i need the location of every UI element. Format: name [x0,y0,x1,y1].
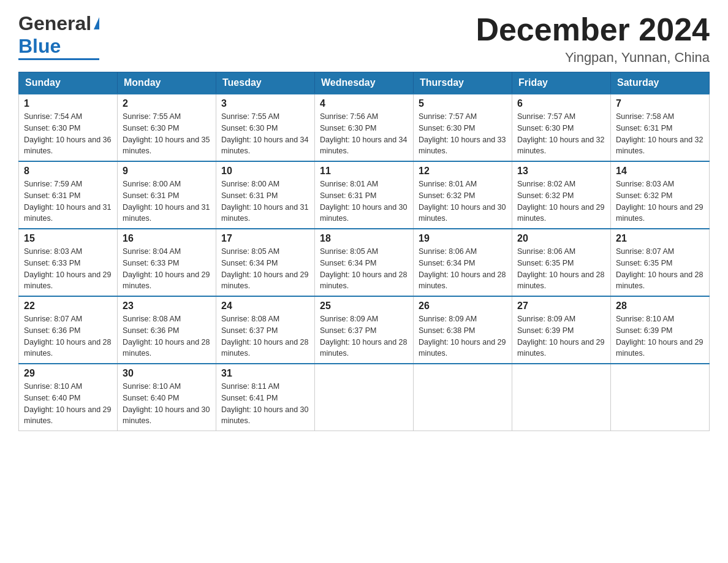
day-info: Sunrise: 8:09 AMSunset: 6:37 PMDaylight:… [320,313,408,359]
calendar-cell [315,364,414,431]
day-info: Sunrise: 8:03 AMSunset: 6:33 PMDaylight:… [24,246,112,292]
month-title: December 2024 [476,12,710,47]
logo-triangle-icon [94,17,99,29]
calendar-cell: 9Sunrise: 8:00 AMSunset: 6:31 PMDaylight… [118,161,216,229]
day-number: 3 [221,98,309,109]
calendar-cell: 24Sunrise: 8:08 AMSunset: 6:37 PMDayligh… [216,296,315,364]
logo-general-text: General [18,12,91,35]
calendar-cell: 5Sunrise: 7:57 AMSunset: 6:30 PMDaylight… [414,94,512,161]
week-row-1: 1Sunrise: 7:54 AMSunset: 6:30 PMDaylight… [19,94,710,161]
day-number: 25 [320,301,408,312]
header-thursday: Thursday [414,72,512,94]
day-info: Sunrise: 8:04 AMSunset: 6:33 PMDaylight:… [123,246,211,292]
calendar-header-row: SundayMondayTuesdayWednesdayThursdayFrid… [19,72,710,94]
calendar-cell: 18Sunrise: 8:05 AMSunset: 6:34 PMDayligh… [315,229,414,296]
day-info: Sunrise: 8:03 AMSunset: 6:32 PMDaylight:… [616,178,704,224]
day-info: Sunrise: 8:05 AMSunset: 6:34 PMDaylight:… [320,246,408,292]
day-info: Sunrise: 8:00 AMSunset: 6:31 PMDaylight:… [123,178,211,224]
calendar-cell: 7Sunrise: 7:58 AMSunset: 6:31 PMDaylight… [611,94,710,161]
day-info: Sunrise: 8:02 AMSunset: 6:32 PMDaylight:… [517,178,605,224]
calendar-cell: 4Sunrise: 7:56 AMSunset: 6:30 PMDaylight… [315,94,414,161]
day-number: 14 [616,166,704,177]
calendar-cell: 31Sunrise: 8:11 AMSunset: 6:41 PMDayligh… [216,364,315,431]
day-number: 2 [123,98,211,109]
day-info: Sunrise: 7:55 AMSunset: 6:30 PMDaylight:… [221,111,309,157]
calendar-cell: 10Sunrise: 8:00 AMSunset: 6:31 PMDayligh… [216,161,315,229]
logo-divider [18,58,99,60]
day-number: 26 [419,301,507,312]
day-info: Sunrise: 7:54 AMSunset: 6:30 PMDaylight:… [24,111,112,157]
title-block: December 2024 Yingpan, Yunnan, China [476,12,710,66]
calendar-cell: 15Sunrise: 8:03 AMSunset: 6:33 PMDayligh… [19,229,118,296]
header-saturday: Saturday [611,72,710,94]
day-number: 1 [24,98,112,109]
calendar-cell: 11Sunrise: 8:01 AMSunset: 6:31 PMDayligh… [315,161,414,229]
day-number: 30 [123,368,211,379]
day-number: 12 [419,166,507,177]
day-info: Sunrise: 8:05 AMSunset: 6:34 PMDaylight:… [221,246,309,292]
day-info: Sunrise: 7:56 AMSunset: 6:30 PMDaylight:… [320,111,408,157]
day-number: 28 [616,301,704,312]
day-info: Sunrise: 8:08 AMSunset: 6:37 PMDaylight:… [221,313,309,359]
day-number: 11 [320,166,408,177]
location-text: Yingpan, Yunnan, China [476,50,710,66]
day-number: 5 [419,98,507,109]
calendar-cell: 2Sunrise: 7:55 AMSunset: 6:30 PMDaylight… [118,94,216,161]
day-number: 15 [24,233,112,244]
day-info: Sunrise: 7:57 AMSunset: 6:30 PMDaylight:… [419,111,507,157]
day-number: 23 [123,301,211,312]
header-friday: Friday [512,72,611,94]
calendar-cell: 28Sunrise: 8:10 AMSunset: 6:39 PMDayligh… [611,296,710,364]
week-row-3: 15Sunrise: 8:03 AMSunset: 6:33 PMDayligh… [19,229,710,296]
calendar-cell: 20Sunrise: 8:06 AMSunset: 6:35 PMDayligh… [512,229,611,296]
day-info: Sunrise: 8:10 AMSunset: 6:40 PMDaylight:… [123,381,211,427]
calendar-cell: 22Sunrise: 8:07 AMSunset: 6:36 PMDayligh… [19,296,118,364]
day-number: 6 [517,98,605,109]
day-info: Sunrise: 8:07 AMSunset: 6:35 PMDaylight:… [616,246,704,292]
day-number: 17 [221,233,309,244]
header-sunday: Sunday [19,72,118,94]
calendar-table: SundayMondayTuesdayWednesdayThursdayFrid… [18,72,710,431]
calendar-cell: 30Sunrise: 8:10 AMSunset: 6:40 PMDayligh… [118,364,216,431]
logo: General Blue [18,12,99,60]
calendar-cell: 23Sunrise: 8:08 AMSunset: 6:36 PMDayligh… [118,296,216,364]
calendar-cell: 25Sunrise: 8:09 AMSunset: 6:37 PMDayligh… [315,296,414,364]
day-number: 27 [517,301,605,312]
day-info: Sunrise: 8:07 AMSunset: 6:36 PMDaylight:… [24,313,112,359]
calendar-cell [611,364,710,431]
calendar-cell: 12Sunrise: 8:01 AMSunset: 6:32 PMDayligh… [414,161,512,229]
day-info: Sunrise: 8:09 AMSunset: 6:38 PMDaylight:… [419,313,507,359]
day-number: 24 [221,301,309,312]
calendar-cell: 6Sunrise: 7:57 AMSunset: 6:30 PMDaylight… [512,94,611,161]
calendar-cell: 14Sunrise: 8:03 AMSunset: 6:32 PMDayligh… [611,161,710,229]
day-info: Sunrise: 7:59 AMSunset: 6:31 PMDaylight:… [24,178,112,224]
day-number: 29 [24,368,112,379]
day-info: Sunrise: 8:00 AMSunset: 6:31 PMDaylight:… [221,178,309,224]
day-number: 20 [517,233,605,244]
day-info: Sunrise: 8:11 AMSunset: 6:41 PMDaylight:… [221,381,309,427]
day-number: 19 [419,233,507,244]
week-row-5: 29Sunrise: 8:10 AMSunset: 6:40 PMDayligh… [19,364,710,431]
calendar-cell: 16Sunrise: 8:04 AMSunset: 6:33 PMDayligh… [118,229,216,296]
day-number: 18 [320,233,408,244]
day-info: Sunrise: 8:01 AMSunset: 6:31 PMDaylight:… [320,178,408,224]
day-number: 7 [616,98,704,109]
day-number: 9 [123,166,211,177]
calendar-cell: 29Sunrise: 8:10 AMSunset: 6:40 PMDayligh… [19,364,118,431]
day-info: Sunrise: 8:10 AMSunset: 6:40 PMDaylight:… [24,381,112,427]
calendar-cell: 26Sunrise: 8:09 AMSunset: 6:38 PMDayligh… [414,296,512,364]
calendar-cell: 3Sunrise: 7:55 AMSunset: 6:30 PMDaylight… [216,94,315,161]
day-info: Sunrise: 8:06 AMSunset: 6:34 PMDaylight:… [419,246,507,292]
day-info: Sunrise: 7:57 AMSunset: 6:30 PMDaylight:… [517,111,605,157]
page-header: General Blue December 2024 Yingpan, Yunn… [18,12,710,66]
calendar-cell: 17Sunrise: 8:05 AMSunset: 6:34 PMDayligh… [216,229,315,296]
day-info: Sunrise: 7:55 AMSunset: 6:30 PMDaylight:… [123,111,211,157]
day-info: Sunrise: 8:08 AMSunset: 6:36 PMDaylight:… [123,313,211,359]
calendar-cell [414,364,512,431]
calendar-cell: 13Sunrise: 8:02 AMSunset: 6:32 PMDayligh… [512,161,611,229]
day-info: Sunrise: 8:10 AMSunset: 6:39 PMDaylight:… [616,313,704,359]
day-number: 22 [24,301,112,312]
day-info: Sunrise: 8:01 AMSunset: 6:32 PMDaylight:… [419,178,507,224]
day-number: 4 [320,98,408,109]
calendar-cell: 19Sunrise: 8:06 AMSunset: 6:34 PMDayligh… [414,229,512,296]
